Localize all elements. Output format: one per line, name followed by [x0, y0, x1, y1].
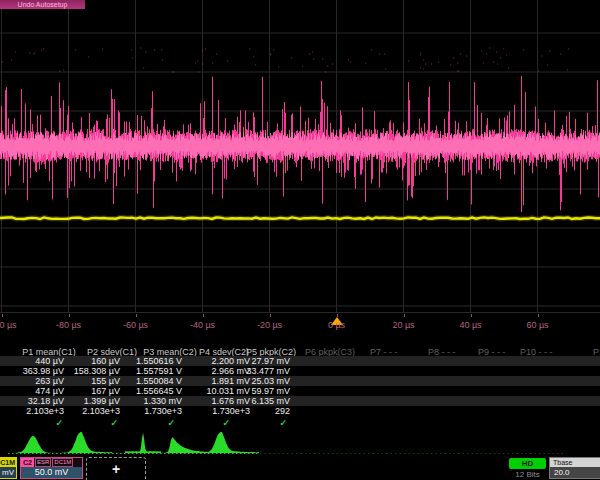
axis-tick-label: 20 µs: [392, 320, 414, 330]
table-cell: 32.18 µV: [28, 396, 64, 406]
table-row: 263 µV155 µV1.550084 V1.891 mV25.03 mV: [0, 376, 600, 386]
status-row: ✓✓✓✓✓: [0, 418, 600, 428]
table-row: 440 µV160 µV1.550616 V2.200 mV27.97 mV: [0, 356, 600, 366]
axis-tick: [471, 314, 472, 317]
add-trace-button[interactable]: +: [86, 457, 146, 480]
measurement-table[interactable]: P1 mean(C1)P2 sdev(C1)P3 mean(C2)P4 sdev…: [0, 342, 600, 434]
hd-mode-badge[interactable]: HD: [509, 458, 546, 469]
axis-tick: [404, 314, 405, 317]
table-cell: 1.550616 V: [136, 356, 182, 366]
timebase-value: 20.0: [550, 467, 600, 478]
table-cell: 25.03 mV: [251, 376, 290, 386]
axis-tick-label: -100 µs: [0, 320, 17, 330]
status-check-icon: ✓: [110, 418, 118, 428]
axis-tick-label: 40 µs: [459, 320, 481, 330]
waveform-grid[interactable]: [0, 0, 600, 313]
axis-tick: [337, 314, 338, 317]
histicon-p1: [15, 436, 51, 453]
hd-bits-label: 12 Bits: [506, 470, 549, 479]
table-cell: 1.557591 V: [136, 366, 182, 376]
axis-tick: [136, 314, 137, 317]
status-check-icon: ✓: [167, 418, 175, 428]
oscilloscope-display: Undo Autosetup -100 µs-80 µs-60 µs-40 µs…: [0, 0, 600, 480]
table-cell: 2.103e+3: [82, 406, 120, 416]
axis-tick-label: -60 µs: [123, 320, 148, 330]
histicon-p2: [62, 432, 112, 453]
channel-c1-descriptor[interactable]: DC1M 0 mV: [0, 457, 17, 479]
axis-tick-label: 0 µs: [328, 320, 345, 330]
histicon-p5: [202, 432, 259, 453]
status-check-icon: ✓: [279, 418, 287, 428]
undo-autosetup-label: Undo Autosetup: [18, 1, 68, 8]
axis-tick-label: -80 µs: [56, 320, 81, 330]
table-cell: 1.730e+3: [144, 406, 182, 416]
table-cell: 1.556645 V: [136, 386, 182, 396]
table-cell: 27.97 mV: [251, 356, 290, 366]
table-cell: 6.135 mV: [251, 396, 290, 406]
axis-tick: [69, 314, 70, 317]
table-cell: 440 µV: [35, 356, 64, 366]
table-cell: 1.676 mV: [211, 396, 250, 406]
status-check-icon: ✓: [222, 418, 230, 428]
table-cell: 1.730e+3: [212, 406, 250, 416]
table-cell: 1.399 µV: [84, 396, 120, 406]
table-cell: 2.103e+3: [26, 406, 64, 416]
table-cell: 2.966 mV: [211, 366, 250, 376]
channel-c2-descriptor[interactable]: C2 ESR DC1M 50.0 mV: [20, 457, 83, 479]
table-cell: 1.330 mV: [143, 396, 182, 406]
table-cell: 155 µV: [91, 376, 120, 386]
timebase-descriptor[interactable]: Tbase 20.0: [549, 457, 600, 479]
table-row: 32.18 µV1.399 µV1.330 mV1.676 mV6.135 mV: [0, 396, 600, 406]
table-row: 363.98 µV158.308 µV1.557591 V2.966 mV33.…: [0, 366, 600, 376]
c2-label: C2: [21, 458, 34, 467]
descriptor-bar: DC1M 0 mV C2 ESR DC1M 50.0 mV + HD 12 Bi…: [0, 455, 600, 480]
table-row: 2.103e+32.103e+31.730e+31.730e+3292: [0, 406, 600, 416]
table-cell: 59.97 mV: [251, 386, 290, 396]
c1-coupling-badge: DC1M: [0, 458, 16, 467]
table-cell: 158.308 µV: [74, 366, 120, 376]
axis-tick: [538, 314, 539, 317]
table-cell: 363.98 µV: [23, 366, 64, 376]
table-cell: 474 µV: [35, 386, 64, 396]
histicon-p4: [154, 437, 214, 453]
table-cell: 10.031 mV: [206, 386, 250, 396]
undo-autosetup-button[interactable]: Undo Autosetup: [0, 0, 85, 9]
c2-vertical-scale: 50.0 mV: [21, 467, 82, 478]
table-row: 474 µV167 µV1.556645 V10.031 mV59.97 mV: [0, 386, 600, 396]
c2-esr-badge: ESR: [35, 458, 51, 467]
table-cell: 1.550084 V: [136, 376, 182, 386]
table-cell: 263 µV: [35, 376, 64, 386]
table-cell: 292: [275, 406, 290, 416]
axis-tick: [203, 314, 204, 317]
c2-coupling-badge: DC1M: [52, 458, 73, 467]
axis-tick-label: -40 µs: [190, 320, 215, 330]
status-check-icon: ✓: [55, 418, 63, 428]
c1-vertical-scale: 0 mV: [0, 467, 16, 478]
table-cell: 2.200 mV: [211, 356, 250, 366]
axis-tick: [270, 314, 271, 317]
timebase-axis: -100 µs-80 µs-60 µs-40 µs-20 µs0 µs20 µs…: [0, 313, 600, 339]
table-cell: 1.891 mV: [211, 376, 250, 386]
histicon-p3: [125, 433, 161, 453]
axis-tick-label: -20 µs: [257, 320, 282, 330]
table-cell: 160 µV: [91, 356, 120, 366]
table-cell: 167 µV: [91, 386, 120, 396]
timebase-label: Tbase: [550, 458, 600, 467]
axis-tick-label: 60 µs: [526, 320, 548, 330]
table-cell: 33.477 mV: [246, 366, 290, 376]
plus-icon: +: [112, 461, 120, 477]
axis-tick: [2, 314, 3, 317]
